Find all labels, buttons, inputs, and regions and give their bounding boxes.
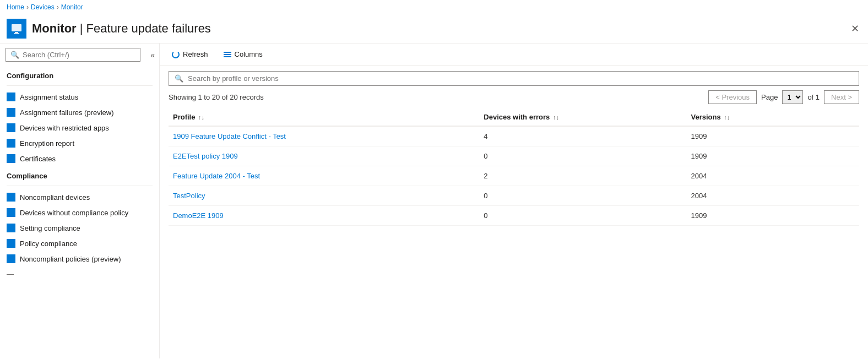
sort-icon: ↑↓ [198, 114, 204, 121]
sidebar-item-assignment-status[interactable]: Assignment status [0, 89, 159, 105]
col-devices-errors[interactable]: Devices with errors ↑↓ [479, 108, 686, 126]
next-button[interactable]: Next > [824, 90, 859, 104]
sidebar-section-configuration: Configuration [0, 66, 159, 82]
sidebar-divider [7, 85, 153, 86]
refresh-icon [172, 51, 180, 58]
content-search[interactable]: 🔍 [169, 71, 859, 86]
item-icon [7, 208, 15, 217]
sort-icon: ↑↓ [724, 114, 730, 121]
previous-button[interactable]: < Previous [708, 90, 757, 104]
monitor-icon [7, 19, 26, 39]
sidebar-item-assignment-failures[interactable]: Assignment failures (preview) [0, 105, 159, 120]
page-select[interactable]: 1 [782, 90, 803, 104]
sidebar-item-certificates[interactable]: Certificates [0, 151, 159, 166]
breadcrumb: Home › Devices › Monitor [0, 0, 868, 14]
item-icon [7, 224, 15, 232]
profile-link[interactable]: TestPolicy [169, 186, 479, 206]
versions-cell: 1909 [686, 146, 859, 166]
sidebar-item-label: Devices without compliance policy [20, 209, 128, 217]
table-row: E2ETest policy 190901909 [169, 146, 859, 166]
svg-rect-0 [12, 24, 21, 31]
versions-cell: 2004 [686, 186, 859, 206]
sidebar-more[interactable]: — [0, 266, 159, 281]
item-icon [7, 108, 15, 117]
breadcrumb-devices[interactable]: Devices [31, 3, 55, 11]
devices-with-errors-cell: 0 [479, 146, 686, 166]
table-row: TestPolicy02004 [169, 186, 859, 206]
versions-cell: 1909 [686, 206, 859, 226]
svg-rect-1 [15, 32, 18, 33]
item-icon [7, 193, 15, 202]
item-icon [7, 254, 15, 263]
sidebar-item-label: Noncompliant policies (preview) [20, 255, 121, 263]
table-row: 1909 Feature Update Conflict - Test41909 [169, 126, 859, 146]
col-profile[interactable]: Profile ↑↓ [169, 108, 479, 126]
sidebar-item-no-compliance-policy[interactable]: Devices without compliance policy [0, 205, 159, 220]
devices-with-errors-cell: 0 [479, 206, 686, 226]
breadcrumb-home[interactable]: Home [7, 3, 24, 11]
devices-with-errors-cell: 4 [479, 126, 686, 146]
item-icon [7, 123, 15, 132]
pagination: < Previous Page 1 of 1 Next > [708, 90, 859, 104]
page-label: Page [761, 93, 778, 101]
sidebar-search-input[interactable] [23, 51, 135, 59]
sidebar-divider-compliance [7, 186, 153, 186]
sidebar-item-policy-compliance[interactable]: Policy compliance [0, 236, 159, 251]
records-bar: Showing 1 to 20 of 20 records < Previous… [160, 86, 868, 108]
versions-cell: 2004 [686, 166, 859, 186]
sidebar-item-label: Setting compliance [20, 224, 80, 232]
sidebar-item-encryption-report[interactable]: Encryption report [0, 135, 159, 151]
refresh-button[interactable]: Refresh [169, 48, 211, 61]
content-search-input[interactable] [188, 74, 853, 83]
columns-button[interactable]: Columns [220, 48, 266, 61]
search-icon: 🔍 [10, 51, 19, 59]
data-table-wrap: Profile ↑↓ Devices with errors ↑↓ Versio… [160, 108, 868, 358]
of-label: of 1 [807, 93, 820, 101]
sidebar-item-noncompliant-policies[interactable]: Noncompliant policies (preview) [0, 251, 159, 266]
profile-link[interactable]: Feature Update 2004 - Test [169, 166, 479, 186]
sidebar-item-noncompliant-devices[interactable]: Noncompliant devices [0, 189, 159, 205]
col-versions[interactable]: Versions ↑↓ [686, 108, 859, 126]
sidebar-section-compliance: Compliance [0, 166, 159, 182]
item-icon [7, 93, 15, 101]
sidebar-item-label: Certificates [20, 155, 56, 163]
columns-icon [224, 52, 231, 57]
devices-with-errors-cell: 0 [479, 186, 686, 206]
sidebar-item-restricted-apps[interactable]: Devices with restricted apps [0, 120, 159, 135]
table-row: Feature Update 2004 - Test22004 [169, 166, 859, 186]
content-area: Refresh Columns 🔍 Showing 1 to 20 of 20 … [160, 43, 868, 358]
sidebar-item-label: Noncompliant devices [20, 193, 90, 202]
sidebar-item-label: Assignment failures (preview) [20, 108, 114, 117]
records-info: Showing 1 to 20 of 20 records [169, 93, 264, 101]
sidebar-item-label: Encryption report [20, 139, 74, 148]
sort-icon: ↑↓ [553, 114, 559, 121]
sidebar-search[interactable]: 🔍 [6, 48, 140, 62]
sidebar-item-setting-compliance[interactable]: Setting compliance [0, 220, 159, 236]
search-icon: 🔍 [175, 74, 183, 83]
profile-link[interactable]: 1909 Feature Update Conflict - Test [169, 126, 479, 146]
data-table: Profile ↑↓ Devices with errors ↑↓ Versio… [169, 108, 859, 226]
devices-with-errors-cell: 2 [479, 166, 686, 186]
sidebar-item-label: Devices with restricted apps [20, 124, 109, 132]
breadcrumb-monitor[interactable]: Monitor [61, 3, 83, 11]
versions-cell: 1909 [686, 126, 859, 146]
page-header: Monitor | Feature update failures ✕ [0, 14, 868, 43]
sidebar-item-label: Policy compliance [20, 240, 77, 248]
toolbar: Refresh Columns [160, 43, 868, 66]
item-icon [7, 139, 15, 148]
table-row: DemoE2E 190901909 [169, 206, 859, 226]
profile-link[interactable]: DemoE2E 1909 [169, 206, 479, 226]
page-title: Monitor | Feature update failures [32, 21, 211, 36]
sidebar: 🔍 « Configuration Assignment status Assi… [0, 43, 160, 358]
svg-rect-2 [14, 33, 19, 34]
collapse-button[interactable]: « [146, 48, 159, 62]
item-icon [7, 239, 15, 248]
sidebar-item-label: Assignment status [20, 93, 78, 101]
close-button[interactable]: ✕ [851, 23, 859, 35]
profile-link[interactable]: E2ETest policy 1909 [169, 146, 479, 166]
item-icon [7, 154, 15, 163]
